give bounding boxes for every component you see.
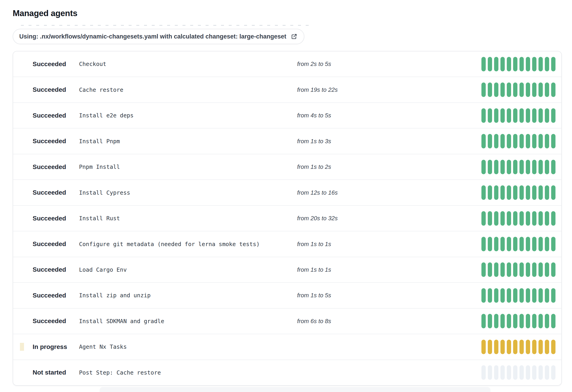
step-row[interactable]: Succeeded Checkout from 2s to 5s [13,51,561,77]
step-row[interactable]: Succeeded Cache restore from 19s to 22s [13,77,561,102]
agent-segment [481,185,486,200]
agent-segment [500,288,505,303]
agent-segments-bar[interactable] [481,262,556,277]
agent-segment [513,237,517,251]
agent-segment [539,185,543,200]
agent-segment [500,314,505,328]
step-duration: from 1s to 5s [297,292,481,299]
agent-segments-bar[interactable] [481,108,556,123]
agent-segment [520,288,524,303]
agent-segment [481,262,486,277]
step-row[interactable]: Succeeded Configure git metadata (needed… [13,231,561,257]
step-duration: from 1s to 3s [297,138,481,145]
step-name: Install SDKMAN and gradle [79,318,297,325]
agent-segment [494,262,498,277]
step-row[interactable]: In progress Agent Nx Tasks [13,334,561,359]
agent-segment [507,340,511,354]
agent-segment [526,134,530,148]
agent-segment [488,82,492,97]
agent-segment [526,160,530,174]
agent-segment [507,57,511,71]
step-row[interactable]: Succeeded Install Cypress from 12s to 16… [13,180,561,205]
agent-segments-bar[interactable] [481,57,556,71]
agent-segment [545,237,549,251]
agent-segments-bar[interactable] [481,340,556,354]
workflow-file-button[interactable]: Using: .nx/workflows/dynamic-changesets.… [13,29,304,44]
agent-segment [507,134,511,148]
agent-segment [481,314,486,328]
agent-segment [545,185,549,200]
agent-segment [494,314,498,328]
agent-segment [488,160,492,174]
agent-segment [532,237,537,251]
step-duration: from 19s to 22s [297,86,481,93]
agent-segments-bar[interactable] [481,288,556,303]
agent-segment [526,57,530,71]
status-label: Succeeded [32,112,79,119]
agent-segment [507,211,511,226]
agent-segment [513,288,517,303]
status-label: Succeeded [32,240,79,248]
agent-segments-bar[interactable] [481,365,556,380]
step-row[interactable]: Succeeded Install SDKMAN and gradle from… [13,308,561,334]
agent-segment [488,237,492,251]
agent-segment [539,288,543,303]
agent-segment [481,288,486,303]
status-label: Succeeded [32,86,79,93]
agent-segment [488,211,492,226]
step-name: Install Cypress [79,189,297,196]
agent-segment [507,237,511,251]
agent-segment [532,365,537,380]
agent-segment [520,82,524,97]
agent-segments-bar[interactable] [481,211,556,226]
step-row[interactable]: Succeeded Install Pnpm from 1s to 3s [13,128,561,154]
agent-segment [520,237,524,251]
step-name: Install e2e deps [79,112,297,119]
agent-segment [526,211,530,226]
agent-segment [507,365,511,380]
agent-segment [488,57,492,71]
status-label: Succeeded [32,138,79,145]
agent-segment [545,57,549,71]
agent-segment [513,57,517,71]
agent-segment [513,82,517,97]
agent-segments-bar[interactable] [481,82,556,97]
agent-segment [513,314,517,328]
agent-segment [488,340,492,354]
agent-segment [532,134,537,148]
agent-segment [507,314,511,328]
agent-segment [551,237,556,251]
step-row[interactable]: Succeeded Install Rust from 20s to 32s [13,205,561,231]
agent-segment [545,160,549,174]
agent-segment [494,340,498,354]
step-row[interactable]: Succeeded Install zip and unzip from 1s … [13,282,561,308]
step-row[interactable]: Succeeded Install e2e deps from 4s to 5s [13,102,561,128]
agent-segment [545,340,549,354]
agent-segments-bar[interactable] [481,134,556,148]
step-row[interactable]: Not started Post Step: Cache restore [13,359,561,385]
agent-segment [513,211,517,226]
agent-segment [507,108,511,123]
agent-segment [507,82,511,97]
agent-segment [526,365,530,380]
step-row[interactable]: Succeeded Load Cargo Env from 1s to 1s [13,257,561,282]
agent-segment [551,340,556,354]
agent-segment [526,108,530,123]
step-row[interactable]: Succeeded Pnpm Install from 1s to 2s [13,154,561,180]
agent-segment [481,134,486,148]
status-label: In progress [32,343,79,351]
agent-segments-bar[interactable] [481,314,556,328]
agent-segments-bar[interactable] [481,237,556,251]
agent-segment [481,211,486,226]
agent-segment [545,82,549,97]
agent-segment [520,185,524,200]
agent-segments-bar[interactable] [481,185,556,200]
status-label: Succeeded [32,215,79,222]
step-name: Install Rust [79,215,297,222]
agent-segments-bar[interactable] [481,160,556,174]
agent-segment [500,82,505,97]
agent-segment [532,82,537,97]
status-label: Not started [32,369,79,376]
agent-segment [481,340,486,354]
agent-segment [520,365,524,380]
